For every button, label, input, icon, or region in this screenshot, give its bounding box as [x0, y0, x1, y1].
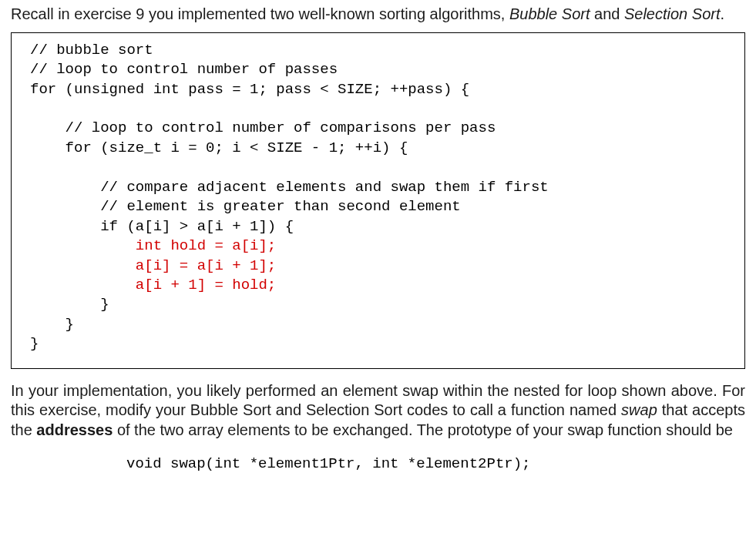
code-line: }: [30, 335, 39, 352]
code-line: // loop to control number of comparisons…: [30, 119, 496, 136]
instr-text-3: of the two array elements to be exchange…: [113, 421, 733, 438]
intro-paragraph: Recall in exercise 9 you implemented two…: [11, 5, 745, 25]
code-line-highlight: a[i] = a[i + 1];: [30, 257, 276, 274]
code-line: // loop to control number of passes: [30, 61, 338, 78]
code-line: if (a[i] > a[i + 1]) {: [30, 218, 294, 235]
instr-bold-word: addresses: [36, 421, 113, 438]
intro-algorithm-2: Selection Sort: [624, 5, 721, 22]
intro-text-3: .: [720, 5, 724, 22]
intro-algorithm-1: Bubble Sort: [509, 5, 590, 22]
code-line: // element is greater than second elemen…: [30, 198, 461, 215]
code-line: for (unsigned int pass = 1; pass < SIZE;…: [30, 81, 469, 98]
code-line: }: [30, 316, 74, 333]
code-line: for (size_t i = 0; i < SIZE - 1; ++i) {: [30, 139, 408, 156]
instr-funcname: swap: [621, 401, 657, 418]
function-prototype: void swap(int *element1Ptr, int *element…: [11, 454, 745, 473]
code-line: // compare adjacent elements and swap th…: [30, 179, 549, 196]
intro-text-2: and: [590, 5, 623, 22]
code-line: // bubble sort: [30, 42, 153, 59]
code-line-highlight: int hold = a[i];: [30, 237, 276, 254]
instruction-paragraph: In your implementation, you likely perfo…: [11, 381, 745, 441]
intro-text-1: Recall in exercise 9 you implemented two…: [11, 5, 509, 22]
code-listing: // bubble sort // loop to control number…: [11, 32, 745, 369]
code-line: }: [30, 296, 109, 313]
code-line-highlight: a[i + 1] = hold;: [30, 277, 276, 293]
